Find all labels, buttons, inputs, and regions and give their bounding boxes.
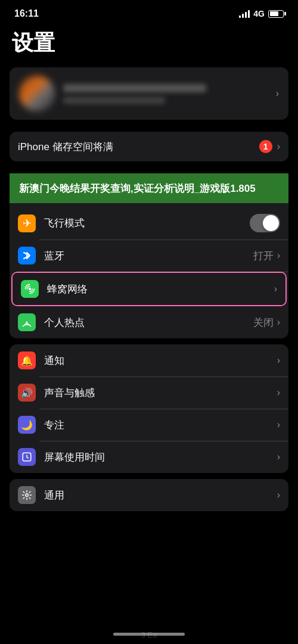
- popup-banner[interactable]: 新澳门今晚结果开奖查询,实证分析说明_游戏版1.805: [10, 173, 288, 203]
- time-display: 16:11: [14, 8, 39, 19]
- svg-point-1: [26, 322, 28, 323]
- notifications-chevron: ›: [277, 355, 280, 366]
- screen-time-icon: [18, 448, 36, 466]
- general-row[interactable]: 通用 ›: [10, 479, 288, 511]
- cellular-icon: [21, 280, 39, 298]
- hotspot-label: 个人热点: [44, 316, 253, 329]
- hotspot-value: 关闭: [253, 316, 274, 329]
- focus-label: 专注: [44, 418, 277, 432]
- name-line-2: [63, 97, 165, 104]
- bluetooth-row[interactable]: 蓝牙 打开 ›: [10, 239, 288, 272]
- airplane-icon: ✈: [18, 214, 36, 232]
- notification-sound-section: 🔔 通知 › 🔊 声音与触感 › 🌙 专注 › 屏幕使用时间 ›: [10, 344, 288, 473]
- network-section-wrapper: 新澳门今晚结果开奖查询,实证分析说明_游戏版1.805 ✈ 飞行模式 蓝牙 打开…: [10, 173, 288, 338]
- airplane-label: 飞行模式: [44, 216, 250, 230]
- general-icon: [18, 486, 36, 504]
- screen-time-row[interactable]: 屏幕使用时间 ›: [10, 441, 288, 473]
- sound-chevron: ›: [277, 387, 280, 398]
- cellular-label: 蜂窝网络: [47, 282, 274, 296]
- sound-row[interactable]: 🔊 声音与触感 ›: [10, 377, 288, 409]
- general-chevron: ›: [277, 490, 280, 500]
- user-name-area: [63, 84, 268, 104]
- bluetooth-value: 打开: [253, 249, 274, 263]
- home-indicator: [113, 633, 185, 636]
- focus-icon: 🌙: [18, 416, 36, 434]
- cellular-row[interactable]: 蜂窝网络 ›: [13, 273, 285, 305]
- bluetooth-chevron: ›: [277, 250, 280, 261]
- hotspot-row[interactable]: 个人热点 关闭 ›: [10, 306, 288, 338]
- battery-icon: [268, 10, 284, 18]
- airplane-mode-row[interactable]: ✈ 飞行模式: [10, 207, 288, 239]
- svg-point-3: [26, 494, 29, 497]
- bluetooth-icon: [18, 247, 36, 265]
- notifications-label: 通知: [44, 354, 277, 368]
- user-profile-area[interactable]: ›: [10, 67, 288, 120]
- storage-row[interactable]: iPhone 储存空间将满 1 ›: [10, 132, 288, 161]
- name-line-1: [63, 84, 206, 92]
- popup-banner-text: 新澳门今晚结果开奖查询,实证分析说明_游戏版1.805: [19, 182, 279, 196]
- page-title: 设置: [0, 23, 298, 67]
- cellular-highlight: 蜂窝网络 ›: [11, 272, 287, 306]
- general-section: 通用 ›: [10, 479, 288, 511]
- focus-row[interactable]: 🌙 专注 ›: [10, 409, 288, 441]
- screen-time-chevron: ›: [277, 452, 280, 462]
- screen-time-label: 屏幕使用时间: [44, 450, 277, 464]
- general-label: 通用: [44, 489, 277, 502]
- bluetooth-label: 蓝牙: [44, 249, 253, 263]
- hotspot-chevron: ›: [277, 317, 280, 328]
- signal-icon: [239, 10, 250, 18]
- svg-point-0: [29, 288, 32, 291]
- network-type: 4G: [253, 9, 265, 18]
- sound-icon: 🔊: [18, 384, 36, 402]
- storage-badge: 1: [259, 140, 272, 153]
- notifications-icon: 🔔: [18, 351, 36, 369]
- airplane-toggle[interactable]: [250, 214, 280, 232]
- focus-chevron: ›: [277, 419, 280, 430]
- status-right: 4G: [239, 9, 284, 18]
- hotspot-icon: [18, 313, 36, 331]
- sound-label: 声音与触感: [44, 386, 277, 400]
- storage-label: iPhone 储存空间将满: [18, 140, 259, 154]
- cellular-chevron: ›: [274, 284, 277, 294]
- bottom-bar: [0, 624, 298, 644]
- storage-section: iPhone 储存空间将满 1 ›: [10, 132, 288, 161]
- storage-chevron: ›: [277, 141, 280, 152]
- battery-fill: [270, 11, 279, 16]
- notifications-row[interactable]: 🔔 通知 ›: [10, 344, 288, 377]
- status-bar: 16:11 4G: [0, 0, 298, 23]
- cellular-row-wrapper: 蜂窝网络 ›: [10, 272, 288, 306]
- avatar: [19, 76, 55, 111]
- toggle-knob: [263, 215, 279, 231]
- user-profile-chevron: ›: [276, 88, 279, 99]
